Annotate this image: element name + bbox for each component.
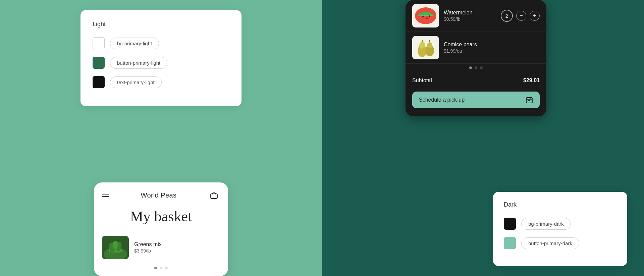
dark-color-card: Dark bg-primary-dark button-primary-dark: [493, 192, 627, 266]
dark-product-info-pears: Comice pears $1.99/ea: [444, 42, 540, 54]
watermelon-image: [412, 4, 439, 27]
color-label-bg-dark: bg-primary-dark: [521, 218, 571, 230]
color-row-bg-dark: bg-primary-dark: [504, 218, 616, 230]
qty-decrease-button[interactable]: −: [516, 11, 526, 21]
svg-point-7: [113, 241, 118, 249]
swatch-white: [93, 37, 105, 49]
dark-dot-3: [480, 66, 483, 69]
scroll-dot-1: [154, 267, 157, 269]
svg-rect-21: [526, 98, 532, 103]
swatch-teal: [504, 237, 516, 249]
svg-rect-26: [529, 100, 530, 101]
schedule-text: Schedule a pick-up: [419, 97, 465, 103]
product-price-greens: $3.99/lb: [134, 248, 220, 254]
swatch-dark-green: [93, 57, 105, 69]
scroll-dots: [94, 263, 228, 269]
left-panel: Light bg-primary-light button-primary-li…: [0, 0, 322, 276]
calendar-icon: [526, 96, 533, 104]
color-label-button-light: button-primary-light: [110, 57, 167, 69]
dark-product-row-pears: Comice pears $1.99/ea: [406, 32, 546, 64]
qty-increase-button[interactable]: +: [530, 11, 540, 21]
svg-point-19: [427, 42, 432, 48]
product-row-greens: Greens mix $3.99/lb: [94, 232, 228, 263]
dark-product-price-pears: $1.99/ea: [444, 48, 540, 54]
light-card-title: Light: [93, 21, 229, 28]
scroll-dot-3: [165, 267, 168, 269]
dark-card-title: Dark: [504, 201, 616, 208]
color-row-text-light: text-primary-light: [93, 76, 229, 88]
swatch-black-dark: [504, 218, 516, 230]
dark-scroll-dots: [406, 64, 546, 72]
product-name-greens: Greens mix: [134, 241, 220, 247]
mobile-header: World Peas: [94, 182, 228, 205]
qty-controls: 2 − +: [501, 10, 540, 22]
color-label-button-dark: button-primary-dark: [521, 237, 579, 249]
swatch-black: [93, 76, 105, 88]
qty-badge: 2: [501, 10, 513, 22]
mobile-light-card: World Peas My basket: [94, 182, 228, 276]
hamburger-icon[interactable]: [102, 194, 109, 197]
app-name: World Peas: [141, 191, 176, 199]
product-info-greens: Greens mix $3.99/lb: [134, 241, 220, 254]
color-label-text-light: text-primary-light: [110, 76, 162, 88]
svg-point-1: [212, 194, 213, 195]
subtotal-amount: $29.01: [523, 77, 540, 84]
scroll-dot-2: [160, 267, 162, 269]
basket-title: My basket: [94, 205, 228, 232]
dark-product-info-watermelon: Watermelon $0.59/lb: [444, 10, 496, 22]
basket-icon[interactable]: [208, 189, 220, 201]
subtotal-label: Subtotal: [412, 77, 432, 84]
color-label-bg-light: bg-primary-light: [110, 38, 159, 49]
pear-image: [412, 36, 439, 59]
svg-point-16: [419, 42, 425, 49]
dark-product-row-watermelon: Watermelon $0.59/lb 2 − +: [406, 0, 546, 32]
color-row-button-light: button-primary-light: [93, 57, 229, 69]
subtotal-row: Subtotal $29.01: [406, 72, 546, 89]
dark-product-price-watermelon: $0.59/lb: [444, 16, 496, 22]
svg-point-11: [422, 16, 424, 17]
svg-point-13: [429, 15, 430, 17]
dark-product-name-pears: Comice pears: [444, 42, 540, 48]
light-color-card: Light bg-primary-light button-primary-li…: [80, 10, 241, 106]
right-panel: Watermelon $0.59/lb 2 − +: [322, 0, 644, 276]
dark-product-name-watermelon: Watermelon: [444, 10, 496, 16]
mobile-dark-card: Watermelon $0.59/lb 2 − +: [406, 0, 546, 116]
svg-point-12: [426, 17, 428, 19]
greens-image: [102, 236, 129, 259]
color-row-button-dark: button-primary-dark: [504, 237, 616, 249]
color-row-bg-light: bg-primary-light: [93, 37, 229, 49]
dark-dot-1: [469, 66, 472, 69]
svg-rect-0: [211, 194, 217, 199]
svg-rect-25: [528, 100, 529, 101]
schedule-pickup-button[interactable]: Schedule a pick-up: [412, 92, 540, 108]
svg-point-2: [215, 194, 216, 195]
dark-dot-2: [475, 66, 477, 69]
